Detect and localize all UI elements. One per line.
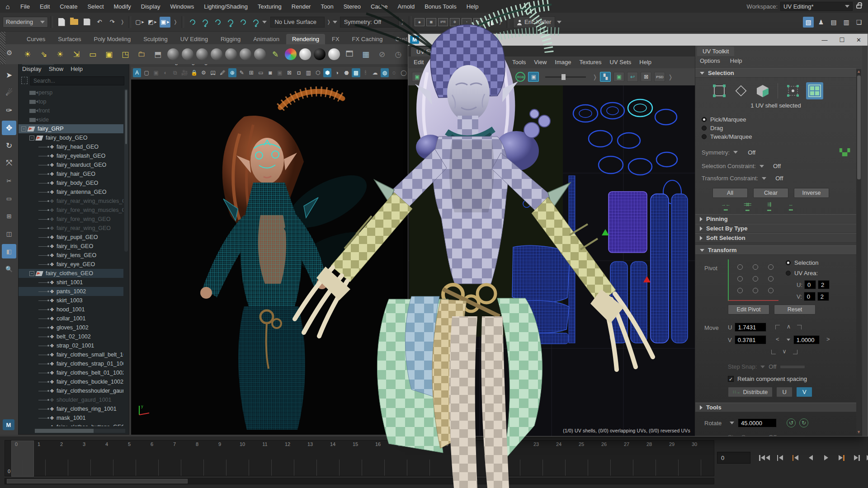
outliner-item[interactable]: − ❖ fairy_clothes_belt_01_1002 xyxy=(19,368,123,377)
scroll-up-icon[interactable]: ▲ xyxy=(856,69,861,74)
selection-constraint-value[interactable]: Off xyxy=(773,163,781,169)
menu-item[interactable]: Arnold xyxy=(393,3,420,10)
use-background-shader-icon[interactable] xyxy=(328,48,340,60)
move-left-button[interactable]: < xyxy=(772,336,783,344)
snap-projected-center-icon[interactable] xyxy=(225,17,236,28)
lambert-material-icon[interactable] xyxy=(182,48,193,60)
outliner-item[interactable]: − ❖ fairy_pupil_GEO xyxy=(19,233,123,242)
zoom-tool[interactable]: 🔍 xyxy=(2,262,16,276)
uv-toolkit-scrollbar[interactable]: ▲ ▼ xyxy=(856,69,861,434)
selection-action-button[interactable]: All xyxy=(712,188,748,198)
uv-area-v-max-field[interactable]: 2 xyxy=(817,292,829,301)
chevron-down-icon[interactable] xyxy=(557,21,561,23)
move-u-field[interactable]: 1.7431 xyxy=(735,323,766,332)
grease-pencil2-icon[interactable]: ✎ xyxy=(238,68,246,77)
move-step-snap-value[interactable]: Off xyxy=(769,363,776,370)
menu-item[interactable]: Modify xyxy=(109,3,136,10)
uv-distortion-icon[interactable]: ⊠ xyxy=(641,72,651,82)
safe-action-icon[interactable]: ◘ xyxy=(295,68,303,77)
shelf-tab[interactable]: Surfaces xyxy=(52,34,87,44)
outliner-item[interactable]: − ❖ fairy_clothes_strap_01_1001 xyxy=(19,359,123,368)
menu-item[interactable]: Stereo xyxy=(339,3,366,10)
marquee-mode-radio[interactable]: Drag xyxy=(695,124,856,132)
uv-select-mode-icon[interactable] xyxy=(711,82,728,99)
snap-curve-icon[interactable] xyxy=(200,17,211,28)
uv-marquee-icon[interactable] xyxy=(784,82,802,99)
color-wheel-icon[interactable] xyxy=(285,48,297,60)
outliner-menu-item[interactable]: Help xyxy=(71,66,83,72)
uv-editor-menu-item[interactable]: Cut/Sew xyxy=(457,59,479,66)
range-slider-thumb[interactable] xyxy=(7,479,188,483)
pause-viewport-icon[interactable] xyxy=(488,19,493,25)
open-scene-button[interactable] xyxy=(69,17,80,28)
outliner-item[interactable]: − ❖ pants_1002 xyxy=(19,287,123,296)
viewport-canvas[interactable]: y xyxy=(131,80,408,435)
uv-editor-menu-item[interactable]: Textures xyxy=(579,59,601,66)
render-region-icon[interactable]: ◳ xyxy=(118,47,132,61)
outliner-item[interactable]: − ❖ fairy_eyelash_GEO xyxy=(19,151,123,160)
uv-area-u-min-field[interactable]: 0 xyxy=(804,280,816,289)
rotate-step-snap-extra-button[interactable] xyxy=(780,436,805,436)
outliner-item[interactable]: − ❖ fairy_fore_wing_muscles_GEO xyxy=(19,206,123,215)
outliner-item[interactable]: − ❖ fairy_clothes_GEO xyxy=(19,269,123,278)
step-forward-key-button[interactable] xyxy=(835,453,847,463)
shading-group-icon[interactable]: ⬒ xyxy=(151,47,165,61)
uv-editor-menu-item[interactable]: Image xyxy=(555,59,571,66)
texture-editor-icon[interactable]: ▦ xyxy=(359,47,373,61)
image-dim-slider[interactable] xyxy=(545,76,586,78)
checker-pattern-dropdown[interactable]: ▩ xyxy=(425,72,436,82)
outliner-item[interactable]: − ❖ fairy_GRP xyxy=(19,124,123,133)
outliner-item[interactable]: − ❖ persp xyxy=(19,88,123,97)
move-tool[interactable]: ✥ xyxy=(2,121,16,135)
menu-item[interactable]: File xyxy=(15,3,35,10)
shelf-tab[interactable]: Animation xyxy=(247,34,285,44)
outliner-item[interactable]: − ❖ hood_1001 xyxy=(19,305,123,314)
camera-attributes-icon[interactable]: ⚙ xyxy=(199,68,208,77)
home-icon[interactable]: ⌂ xyxy=(0,3,15,10)
shelf-tab[interactable]: Curves xyxy=(21,34,51,44)
shelf-tab[interactable]: Rigging xyxy=(215,34,246,44)
outliner-item[interactable]: − ❖ top xyxy=(19,97,123,106)
ipr-render-icon[interactable]: IPR xyxy=(438,18,448,26)
selection-action-button[interactable]: Clear xyxy=(753,188,788,198)
safe-title-icon[interactable]: ▥ xyxy=(304,68,312,77)
grow-selection-icon[interactable]: ⇉⇇▪▪▪ xyxy=(741,202,754,209)
outliner-item[interactable]: − ❖ mask_1001 xyxy=(19,413,123,422)
attribute-editor-toggle[interactable]: ▤ xyxy=(828,17,839,28)
move-right-button[interactable]: > xyxy=(822,336,834,344)
go-to-start-button[interactable] xyxy=(759,453,770,463)
chevron-down-icon[interactable] xyxy=(730,422,734,424)
menu-item[interactable]: Create xyxy=(55,3,82,10)
collapsed-section-header[interactable]: Pinning xyxy=(695,214,856,224)
live-surface-field[interactable]: No Live Surface xyxy=(270,17,325,28)
uv-canvas[interactable]: (1/0) UV shells, (0/0) overlapping UVs, … xyxy=(408,85,695,436)
move-down-button[interactable]: ∨ xyxy=(778,348,790,356)
move-corner-se[interactable] xyxy=(793,350,797,354)
outliner-item[interactable]: − ❖ fairy_clothes_buckle_1002 xyxy=(19,377,123,386)
hypershade-icon[interactable]: ◔ xyxy=(462,18,472,26)
range-slider[interactable] xyxy=(5,478,714,484)
face-select-mode-icon[interactable] xyxy=(754,82,771,99)
outliner-item[interactable]: − ❖ fairy_fore_wing_GEO xyxy=(19,215,123,224)
distribute-button[interactable]: ∷→ Distribute xyxy=(728,387,773,397)
texture-border-icon[interactable]: ▣ xyxy=(613,72,624,82)
expand-toggle[interactable]: − xyxy=(29,136,34,141)
rotate-cw-button[interactable]: ↻ xyxy=(799,418,808,427)
shelf-grip[interactable] xyxy=(0,32,5,64)
exposure-icon[interactable]: ◯ xyxy=(400,68,408,77)
outliner-item[interactable]: − ❖ belt_02_1002 xyxy=(19,332,123,341)
play-backwards-button[interactable] xyxy=(805,453,816,463)
render-current-frame-icon[interactable]: ▦ xyxy=(426,18,436,26)
outliner-item[interactable]: − ❖ strap_02_1001 xyxy=(19,341,123,350)
maximize-button[interactable]: ☐ xyxy=(839,37,844,43)
workspace-dropdown[interactable]: UV Editing* xyxy=(780,2,853,11)
snap-to-view-icon[interactable]: A xyxy=(133,68,141,77)
textured-icon[interactable]: ▩ xyxy=(352,68,360,77)
pivot-position-grid[interactable] xyxy=(728,259,778,301)
distribute-u-button[interactable]: U xyxy=(776,387,793,397)
lights-icon[interactable]: 🕯 xyxy=(362,68,370,77)
edge-select-mode-icon[interactable] xyxy=(732,82,750,99)
select-tool[interactable]: ➤ xyxy=(2,68,16,82)
pivot-uvarea-radio[interactable]: UV Area: xyxy=(786,270,830,277)
camera-select-icon[interactable]: 🎥 xyxy=(180,68,189,77)
